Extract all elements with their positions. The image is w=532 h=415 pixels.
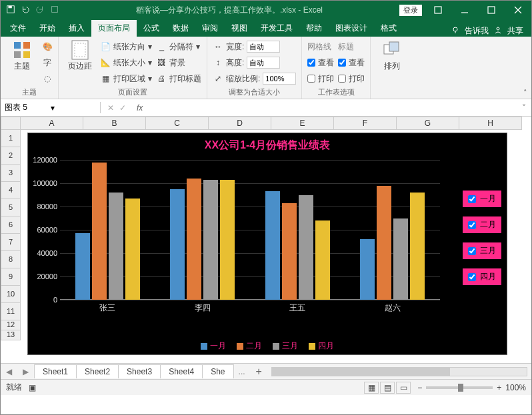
- tab-数据[interactable]: 数据: [166, 20, 195, 37]
- normal-view-icon[interactable]: ▦: [364, 382, 379, 394]
- page-break-view-icon[interactable]: ▭: [396, 382, 411, 394]
- tab-帮助[interactable]: 帮助: [299, 20, 329, 37]
- themes-button[interactable]: 主题: [6, 39, 38, 72]
- row-header[interactable]: 1: [1, 130, 21, 147]
- bulb-icon[interactable]: [451, 26, 459, 36]
- fx-label[interactable]: fx: [133, 103, 143, 113]
- undo-icon[interactable]: [21, 5, 30, 16]
- add-sheet-button[interactable]: +: [251, 366, 267, 378]
- chart-title[interactable]: XX公司1-4月份销售业绩表: [28, 133, 507, 154]
- sheet-more[interactable]: ...: [233, 367, 251, 376]
- breaks-button[interactable]: ⎯分隔符▾: [156, 39, 201, 54]
- bar[interactable]: [203, 180, 218, 300]
- tab-格式[interactable]: 格式: [374, 20, 403, 37]
- legend-checkbox[interactable]: [468, 195, 476, 203]
- row-header[interactable]: 3: [1, 165, 21, 182]
- bar[interactable]: [377, 186, 391, 300]
- minimize-icon[interactable]: [451, 1, 478, 19]
- legend-filter-item[interactable]: 一月: [463, 191, 501, 207]
- headings-print-checkbox[interactable]: [338, 75, 346, 83]
- bar[interactable]: [220, 180, 235, 300]
- margins-button[interactable]: 页边距: [64, 39, 96, 72]
- bar[interactable]: [410, 193, 425, 300]
- gridlines-view-checkbox[interactable]: [307, 59, 315, 67]
- size-button[interactable]: 📐纸张大小▾: [100, 55, 152, 70]
- bar-group[interactable]: [345, 160, 441, 300]
- bar[interactable]: [75, 233, 90, 300]
- close-icon[interactable]: [505, 1, 531, 19]
- legend-checkbox[interactable]: [468, 221, 476, 229]
- maximize-icon[interactable]: [478, 1, 505, 19]
- headings-view-checkbox[interactable]: [338, 59, 346, 67]
- effects-button[interactable]: ◌: [42, 71, 53, 86]
- horizontal-scrollbar[interactable]: [271, 367, 527, 376]
- legend-item[interactable]: 一月: [201, 340, 226, 352]
- macro-record-icon[interactable]: ▣: [29, 383, 36, 392]
- bar[interactable]: [92, 163, 107, 300]
- cancel-fx-icon[interactable]: ✕: [107, 103, 114, 113]
- tab-插入[interactable]: 插入: [62, 20, 91, 37]
- bar[interactable]: [109, 193, 123, 300]
- row-header[interactable]: 11: [1, 303, 21, 320]
- legend-item[interactable]: 二月: [237, 340, 262, 352]
- chevron-down-icon[interactable]: ▾: [51, 103, 97, 113]
- sheet-nav-next-icon[interactable]: ▶: [17, 367, 34, 376]
- legend-filter-item[interactable]: 二月: [463, 216, 501, 233]
- zoom-slider[interactable]: [426, 386, 493, 389]
- arrange-button[interactable]: 排列: [376, 39, 408, 72]
- column-header[interactable]: G: [397, 117, 459, 130]
- column-header[interactable]: H: [459, 117, 522, 130]
- bar[interactable]: [125, 199, 140, 300]
- ribbon-mode-icon[interactable]: [425, 1, 451, 19]
- tell-me[interactable]: 告诉我: [465, 25, 489, 37]
- column-header[interactable]: E: [271, 117, 334, 130]
- collapse-ribbon-icon[interactable]: ˄: [523, 89, 527, 97]
- touch-mode-icon[interactable]: [50, 5, 59, 16]
- bar-group[interactable]: [155, 160, 251, 300]
- legend-filter-item[interactable]: 四月: [463, 268, 501, 285]
- zoom-out-icon[interactable]: −: [417, 383, 422, 392]
- background-button[interactable]: 🖼背景: [156, 55, 201, 70]
- legend-checkbox[interactable]: [468, 273, 476, 281]
- row-header[interactable]: 4: [1, 182, 21, 199]
- row-header[interactable]: 8: [1, 251, 21, 268]
- zoom-value[interactable]: 100%: [505, 383, 526, 392]
- name-box[interactable]: 图表 5▾: [1, 102, 101, 113]
- sheet-nav-prev-icon[interactable]: ◀: [1, 367, 17, 376]
- colors-button[interactable]: 🎨: [42, 39, 53, 54]
- row-header[interactable]: 2: [1, 147, 21, 165]
- column-header[interactable]: D: [209, 117, 271, 130]
- legend-item[interactable]: 三月: [273, 340, 298, 352]
- save-icon[interactable]: [6, 5, 15, 16]
- row-header[interactable]: 9: [1, 268, 21, 286]
- column-header[interactable]: A: [21, 117, 83, 130]
- bar[interactable]: [315, 220, 330, 300]
- bar-group[interactable]: [250, 160, 345, 300]
- column-header[interactable]: B: [83, 117, 146, 130]
- row-header[interactable]: 10: [1, 286, 21, 303]
- bar[interactable]: [360, 239, 375, 300]
- tab-开始[interactable]: 开始: [33, 20, 62, 37]
- width-input[interactable]: [247, 41, 280, 53]
- row-header[interactable]: 6: [1, 216, 21, 234]
- sheet-tab[interactable]: Sheet1: [34, 364, 77, 378]
- legend-item[interactable]: 四月: [309, 340, 334, 352]
- cells[interactable]: XX公司1-4月份销售业绩表 0200004000060000800001000…: [21, 130, 531, 363]
- print-titles-button[interactable]: 🖨打印标题: [156, 71, 201, 86]
- row-header[interactable]: 7: [1, 234, 21, 251]
- tab-审阅[interactable]: 审阅: [195, 20, 225, 37]
- sheet-tab[interactable]: Sheet3: [118, 364, 161, 378]
- tab-图表设计[interactable]: 图表设计: [329, 20, 374, 37]
- row-header[interactable]: 5: [1, 199, 21, 216]
- sheet-tab[interactable]: Sheet2: [76, 364, 119, 378]
- orientation-button[interactable]: 📄纸张方向▾: [100, 39, 152, 54]
- legend-filter-item[interactable]: 三月: [463, 242, 501, 259]
- tab-文件[interactable]: 文件: [3, 20, 33, 37]
- tab-公式[interactable]: 公式: [137, 20, 166, 37]
- chart[interactable]: XX公司1-4月份销售业绩表 0200004000060000800001000…: [27, 133, 507, 355]
- bar[interactable]: [170, 189, 185, 300]
- fonts-button[interactable]: 字: [42, 55, 53, 70]
- bar[interactable]: [299, 195, 313, 300]
- column-header[interactable]: F: [334, 117, 397, 130]
- enter-fx-icon[interactable]: ✓: [119, 103, 126, 113]
